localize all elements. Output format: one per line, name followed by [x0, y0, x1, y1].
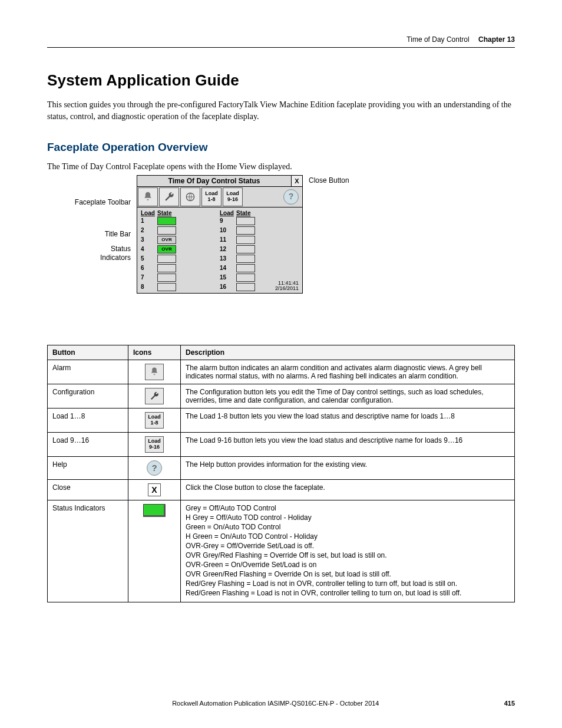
status-line: Red/Grey Flashing = Load is not in OVR, … [186, 579, 510, 588]
load-number: 13 [220, 255, 236, 262]
load-number: 12 [220, 246, 236, 252]
load-number: 4 [141, 246, 157, 252]
configuration-button[interactable] [159, 187, 179, 206]
faceplate-diagram: Title Bar Time Of Day Control Status X [66, 175, 515, 327]
status-line: OVR Grey/Red Flashing = Override Off is … [186, 551, 510, 559]
status-line: Red/Green Flashing = Load is not in OVR,… [186, 589, 510, 597]
description-cell: The Load 9-16 button lets you view the l… [181, 432, 515, 456]
load-row: 4OVR [141, 245, 220, 254]
load-row: 3OVR [141, 235, 220, 245]
load-number: 16 [220, 284, 236, 290]
button-name-cell: Alarm [48, 360, 128, 384]
load-number: 2 [141, 227, 157, 233]
status-line: Grey = Off/Auto TOD Control [186, 504, 510, 512]
label-title-bar: Title Bar [66, 230, 137, 239]
state-indicator [236, 255, 255, 263]
load-row: 1 [141, 216, 220, 226]
table-row: ConfigurationThe Configuration button le… [48, 384, 515, 408]
th-icons: Icons [128, 345, 181, 360]
page-header: Time of Day Control Chapter 13 [47, 35, 515, 48]
th-button: Button [48, 345, 128, 360]
help-button[interactable]: ? [283, 189, 299, 205]
faceplate-caption: The Time of Day Control Faceplate opens … [47, 162, 515, 172]
calendar-config-button[interactable] [180, 187, 200, 206]
state-indicator: OVR [157, 245, 176, 253]
state-indicator [236, 274, 255, 282]
load-row: 8 [141, 282, 220, 292]
button-name-cell: Load 9…16 [48, 432, 128, 456]
wrench-icon [145, 388, 164, 404]
faceplate-title-bar: Time Of Day Control Status X [137, 176, 302, 187]
state-indicator [236, 236, 255, 244]
label-close-button: Close Button [303, 176, 349, 185]
page-title: System Application Guide [47, 71, 515, 90]
load-row: 2 [141, 226, 220, 235]
state-indicator [157, 283, 176, 291]
globe-icon [184, 191, 196, 203]
col-header-left: Load State [141, 210, 220, 216]
load-1-8-button[interactable]: Load 1-8 [201, 187, 222, 206]
bell-icon [145, 364, 164, 380]
faceplate-body: Load State 123OVR4OVR5678 Load State 910… [137, 207, 302, 293]
load-row: 10 [220, 226, 299, 235]
load-number: 3 [141, 236, 157, 243]
load-column-right: Load State 910111213141516 [220, 210, 299, 292]
state-indicator [157, 217, 176, 225]
description-cell: Click the Close button to close the face… [181, 479, 515, 500]
load-number: 5 [141, 255, 157, 262]
table-row: Status IndicatorsGrey = Off/Auto TOD Con… [48, 500, 515, 602]
load-range-icon: Load 1-8 [145, 412, 164, 429]
button-description-table: Button Icons Description AlarmThe alarm … [47, 345, 515, 602]
load-number: 9 [220, 218, 236, 224]
icon-cell [128, 500, 181, 602]
status-line: OVR Green/Red Flashing = Override On is … [186, 570, 510, 578]
table-row: Help?The Help button provides informatio… [48, 456, 515, 479]
load-row: 11 [220, 235, 299, 245]
description-cell: Grey = Off/Auto TOD ControlH Grey = Off/… [181, 500, 515, 602]
state-indicator: OVR [157, 236, 176, 244]
status-line: H Grey = Off/Auto TOD control - Holiday [186, 513, 510, 522]
faceplate-timestamp: 11:41:41 2/16/2011 [275, 281, 299, 292]
close-icon: X [148, 483, 161, 496]
state-indicator [157, 226, 176, 235]
state-indicator [236, 217, 255, 225]
load-number: 15 [220, 274, 236, 281]
description-cell: The Configuration button lets you edit t… [181, 384, 515, 408]
faceplate-close-button[interactable]: X [291, 176, 302, 186]
question-icon: ? [147, 460, 162, 476]
load-row: 9 [220, 216, 299, 226]
load-number: 14 [220, 265, 236, 271]
bell-icon [142, 191, 154, 203]
alarm-button[interactable] [138, 187, 158, 206]
faceplate-date: 2/16/2011 [275, 286, 299, 291]
load-number: 11 [220, 236, 236, 243]
faceplate-window: Time Of Day Control Status X Load 1-8 Lo… [137, 175, 303, 294]
intro-paragraph: This section guides you through the pre-… [47, 99, 515, 123]
state-indicator [236, 226, 255, 235]
load-9-16-button[interactable]: Load 9-16 [223, 187, 243, 206]
faceplate-toolbar: Load 1-8 Load 9-16 ? [137, 187, 302, 207]
load-number: 6 [141, 265, 157, 271]
status-line: OVR-Grey = Off/Override Set/Load is off. [186, 542, 510, 550]
state-indicator [236, 245, 255, 253]
button-name-cell: Help [48, 456, 128, 479]
col-header-right: Load State [220, 210, 299, 216]
load-number: 8 [141, 284, 157, 290]
load-number: 10 [220, 227, 236, 233]
subheading: Faceplate Operation Overview [47, 141, 515, 154]
faceplate-title: Time Of Day Control Status [137, 176, 291, 186]
load-range-icon: Load 9-16 [145, 436, 164, 453]
status-line: Green = On/Auto TOD Control [186, 523, 510, 531]
table-row: Load 9…16Load 9-16The Load 9-16 button l… [48, 432, 515, 456]
description-cell: The alarm button indicates an alarm cond… [181, 360, 515, 384]
table-row: Load 1…8Load 1-8The Load 1-8 button lets… [48, 408, 515, 432]
header-section: Time of Day Control [406, 35, 469, 44]
footer-page-number: 415 [504, 700, 515, 707]
load-row: 6 [141, 263, 220, 273]
icon-cell: Load 1-8 [128, 408, 181, 432]
state-indicator [236, 264, 255, 272]
icon-cell: X [128, 479, 181, 500]
load-number: 1 [141, 218, 157, 224]
state-indicator [157, 274, 176, 282]
button-name-cell: Close [48, 479, 128, 500]
